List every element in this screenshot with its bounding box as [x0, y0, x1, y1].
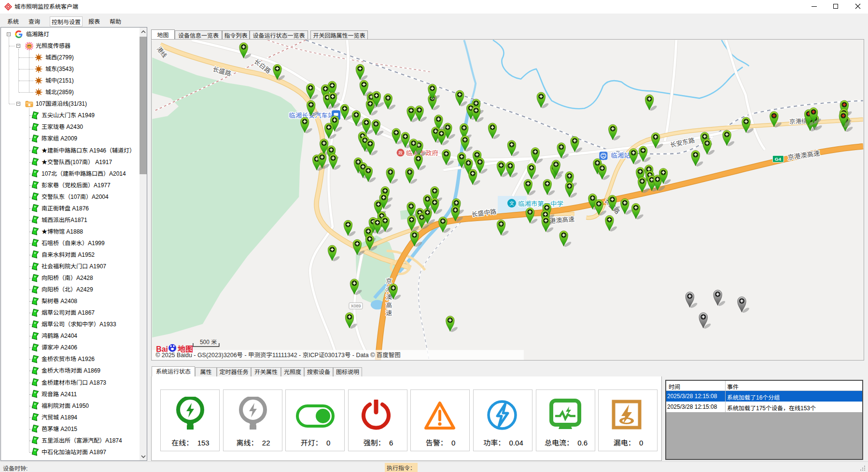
svg-text:地图: 地图: [178, 345, 193, 353]
svg-text:京: 京: [386, 278, 392, 285]
svg-text:高: 高: [386, 302, 392, 309]
svg-text:临湘市第一中学: 临湘市第一中学: [518, 200, 563, 208]
svg-text:京港绕: 京港绕: [789, 118, 808, 125]
svg-text:临湘站: 临湘站: [611, 152, 630, 159]
svg-text:文: 文: [509, 201, 514, 206]
svg-text:G4: G4: [775, 156, 782, 162]
svg-text:500 米: 500 米: [200, 339, 217, 346]
svg-text:政: 政: [398, 151, 403, 155]
svg-text:X089: X089: [350, 304, 361, 308]
svg-text:速: 速: [386, 309, 392, 317]
svg-text:Bai: Bai: [156, 345, 168, 353]
